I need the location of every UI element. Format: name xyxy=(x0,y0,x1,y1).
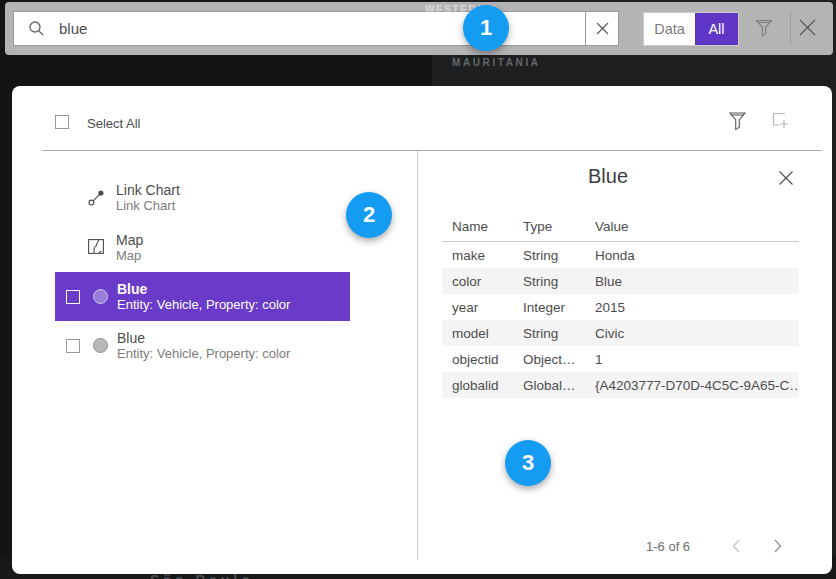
search-results-panel: Select All Link Chart Link Chart xyxy=(12,86,832,574)
close-details-icon[interactable] xyxy=(778,170,794,186)
table-row: color String Blue xyxy=(442,268,799,294)
app-screen: MAURITANIA São Paulo Data All WESTERN SA… xyxy=(0,0,836,579)
toggle-data-button[interactable]: Data xyxy=(644,13,695,45)
cell-name: globalid xyxy=(442,378,523,393)
properties-table: Name Type Value make String Honda color … xyxy=(442,211,799,398)
entity-circle-icon xyxy=(93,289,108,304)
cell-type: Integer xyxy=(523,300,595,315)
details-title: Blue xyxy=(417,165,799,188)
list-item-map[interactable]: Map Map xyxy=(116,232,143,264)
item-subtitle: Entity: Vehicle, Property: color xyxy=(117,297,290,313)
column-header-name: Name xyxy=(442,219,523,234)
cell-type: Global… xyxy=(523,378,595,393)
cell-name: color xyxy=(442,274,523,289)
item-title: Blue xyxy=(117,330,290,346)
select-all-checkbox[interactable] xyxy=(55,115,69,129)
toolbar-divider xyxy=(790,12,791,44)
search-toolbar: Data All xyxy=(5,2,833,55)
table-row: objectid Object… 1 xyxy=(442,346,799,372)
item-subtitle: Map xyxy=(116,248,143,264)
item-checkbox[interactable] xyxy=(66,290,80,304)
results-header: Select All xyxy=(12,86,832,150)
table-row: globalid Global… {A4203777-D70D-4C5C-9A6… xyxy=(442,372,799,398)
cell-value: {A4203777-D70D-4C5C-9A65-C… xyxy=(595,378,799,393)
close-search-icon[interactable] xyxy=(798,18,817,37)
item-checkbox[interactable] xyxy=(66,339,80,353)
table-header-row: Name Type Value xyxy=(442,211,799,241)
toggle-all-button[interactable]: All xyxy=(695,13,738,45)
search-input[interactable] xyxy=(57,19,501,38)
results-filter-icon[interactable] xyxy=(729,112,746,131)
filter-icon[interactable] xyxy=(755,19,773,37)
list-item-link-chart[interactable]: Link Chart Link Chart xyxy=(116,182,180,214)
cell-type: String xyxy=(523,326,595,341)
scope-toggle: Data All xyxy=(643,12,739,46)
details-pane: Blue Name Type Value make String Honda xyxy=(417,151,832,574)
cell-type: Object… xyxy=(523,352,595,367)
pagination-label: 1-6 of 6 xyxy=(646,539,690,554)
map-icon xyxy=(88,239,104,258)
column-header-type: Type xyxy=(523,219,595,234)
cell-value: 2015 xyxy=(595,300,799,315)
search-icon xyxy=(28,20,45,37)
cell-value: Honda xyxy=(595,248,799,263)
item-subtitle: Link Chart xyxy=(116,198,180,214)
list-item-blue[interactable]: Blue Entity: Vehicle, Property: color xyxy=(55,321,350,370)
cell-value: Blue xyxy=(595,274,799,289)
callout-badge-1: 1 xyxy=(463,5,509,51)
cell-type: String xyxy=(523,248,595,263)
cell-name: make xyxy=(442,248,523,263)
item-subtitle: Entity: Vehicle, Property: color xyxy=(117,346,290,362)
item-title: Blue xyxy=(117,281,290,297)
cell-name: model xyxy=(442,326,523,341)
cell-type: String xyxy=(523,274,595,289)
table-row: model String Civic xyxy=(442,320,799,346)
entity-circle-icon xyxy=(93,338,108,353)
table-row: year Integer 2015 xyxy=(442,294,799,320)
select-all-label: Select All xyxy=(87,116,140,131)
cell-value: 1 xyxy=(595,352,799,367)
previous-page-icon[interactable] xyxy=(729,538,745,554)
item-title: Map xyxy=(116,232,143,248)
item-title: Link Chart xyxy=(116,182,180,198)
callout-badge-2: 2 xyxy=(346,192,392,238)
cell-value: Civic xyxy=(595,326,799,341)
next-page-icon[interactable] xyxy=(769,538,785,554)
table-row: make String Honda xyxy=(442,242,799,268)
pagination: 1-6 of 6 xyxy=(417,538,832,568)
cell-name: year xyxy=(442,300,523,315)
cell-name: objectid xyxy=(442,352,523,367)
link-chart-icon xyxy=(88,189,105,210)
map-label-mauritania: MAURITANIA xyxy=(452,57,541,68)
add-to-selection-icon[interactable] xyxy=(771,111,791,131)
list-item-blue-selected[interactable]: Blue Entity: Vehicle, Property: color xyxy=(55,272,350,321)
column-header-value: Value xyxy=(595,219,799,234)
clear-search-button[interactable] xyxy=(585,11,619,46)
callout-badge-3: 3 xyxy=(505,440,551,486)
